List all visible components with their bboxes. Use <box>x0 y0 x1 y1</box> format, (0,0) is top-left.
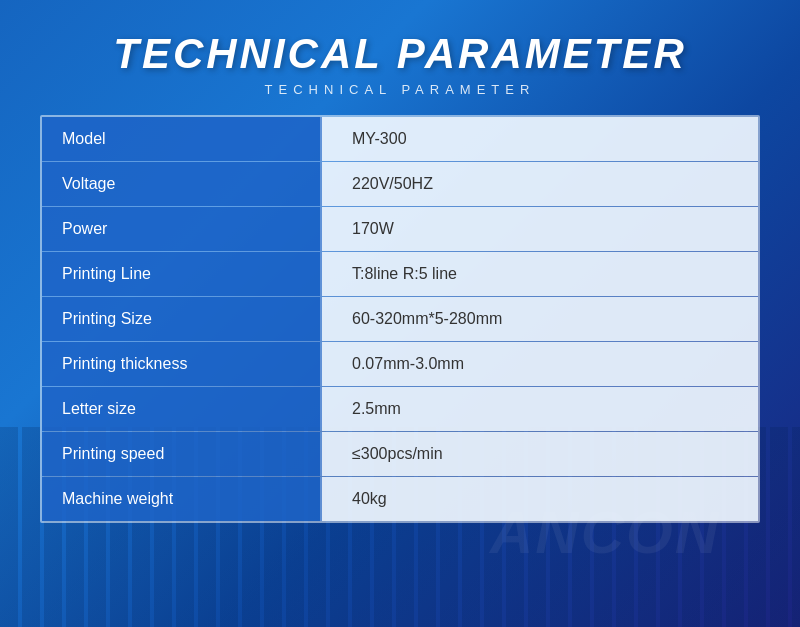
table-row: Voltage220V/50HZ <box>42 162 758 207</box>
parameter-table: ModelMY-300Voltage220V/50HZPower170WPrin… <box>40 115 760 523</box>
cell-label: Power <box>42 207 322 251</box>
main-title: TECHNICAL PARAMETER <box>113 30 686 78</box>
cell-value: ≤300pcs/min <box>322 432 758 476</box>
cell-value: MY-300 <box>322 117 758 161</box>
cell-label: Printing Size <box>42 297 322 341</box>
table-row: Printing LineT:8line R:5 line <box>42 252 758 297</box>
page-container: TECHNICAL PARAMETER TECHNICAL PARAMETER … <box>0 0 800 627</box>
cell-value: 60-320mm*5-280mm <box>322 297 758 341</box>
table-row: Printing thickness0.07mm-3.0mm <box>42 342 758 387</box>
cell-label: Voltage <box>42 162 322 206</box>
table-row: ModelMY-300 <box>42 117 758 162</box>
cell-value: 2.5mm <box>322 387 758 431</box>
cell-value: 220V/50HZ <box>322 162 758 206</box>
cell-label: Printing speed <box>42 432 322 476</box>
cell-label: Model <box>42 117 322 161</box>
cell-value: 170W <box>322 207 758 251</box>
table-row: Printing speed≤300pcs/min <box>42 432 758 477</box>
table-row: Letter size2.5mm <box>42 387 758 432</box>
cell-label: Letter size <box>42 387 322 431</box>
cell-value: 40kg <box>322 477 758 521</box>
sub-title: TECHNICAL PARAMETER <box>113 82 686 97</box>
table-row: Machine weight40kg <box>42 477 758 521</box>
header-section: TECHNICAL PARAMETER TECHNICAL PARAMETER <box>113 30 686 97</box>
cell-label: Printing Line <box>42 252 322 296</box>
cell-value: 0.07mm-3.0mm <box>322 342 758 386</box>
table-row: Power170W <box>42 207 758 252</box>
table-row: Printing Size60-320mm*5-280mm <box>42 297 758 342</box>
cell-label: Printing thickness <box>42 342 322 386</box>
cell-value: T:8line R:5 line <box>322 252 758 296</box>
cell-label: Machine weight <box>42 477 322 521</box>
